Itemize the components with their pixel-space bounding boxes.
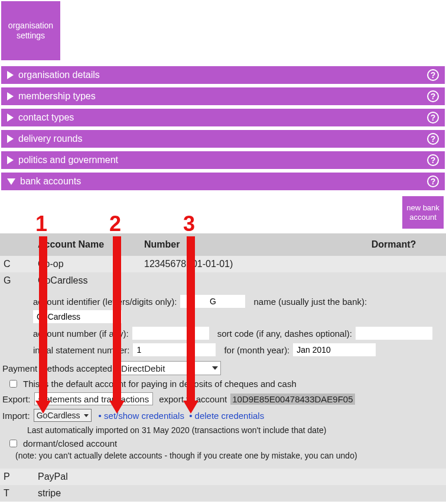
section-membership-types[interactable]: membership types ? <box>1 87 445 105</box>
export-account-value: 10D9E85E00478433DAE9F05 <box>230 394 354 405</box>
section-label: contact types <box>18 112 74 123</box>
for-month-year-input[interactable] <box>293 343 376 356</box>
annotation-arrow-2 <box>113 236 121 402</box>
last-import-suffix: (transactions won't include that date) <box>192 425 327 435</box>
account-number-input[interactable] <box>132 327 209 340</box>
cell-name: Co-op <box>38 259 144 269</box>
payment-methods-select[interactable]: DirectDebit <box>118 361 221 375</box>
help-icon[interactable]: ? <box>427 69 439 81</box>
chevron-down-icon <box>84 414 89 417</box>
cell-id: T <box>4 488 38 499</box>
cell-id: G <box>4 275 38 286</box>
chevron-right-icon <box>7 156 14 164</box>
help-icon[interactable]: ? <box>427 154 439 166</box>
section-label: membership types <box>18 91 96 102</box>
new-bank-account-button[interactable]: new bank account <box>402 196 444 229</box>
export-type-select[interactable]: statements and transactions <box>34 392 154 405</box>
new-btn-line1: new bank <box>406 203 440 212</box>
label-export: Export: <box>2 394 31 404</box>
last-import-date: 31 May 2020 <box>142 425 190 435</box>
section-label: bank accounts <box>20 176 81 187</box>
col-dormant: Dormant? <box>345 239 442 250</box>
section-politics-government[interactable]: politics and government ? <box>1 151 445 169</box>
cell-name: GoCardless <box>38 275 144 286</box>
col-name: Account Name <box>38 239 144 250</box>
delete-credentials-link[interactable]: delete credentials <box>195 411 265 421</box>
cell-number: 12345678 (01-01-01) <box>144 259 345 269</box>
arrow-head-icon <box>109 401 125 414</box>
label-account-identifier: account identifier (letters/digits only)… <box>33 297 177 307</box>
section-label: delivery rounds <box>18 134 83 144</box>
col-number: Number <box>144 239 345 250</box>
payment-methods-value: DirectDebit <box>121 363 165 373</box>
help-icon[interactable]: ? <box>427 175 439 187</box>
section-label: organisation details <box>18 70 100 80</box>
arrow-head-icon <box>35 401 51 414</box>
dormant-note: (note: you can't actually delete account… <box>15 451 357 460</box>
label-dormant: dormant/closed account <box>23 438 117 448</box>
dormant-account-checkbox[interactable] <box>9 440 17 447</box>
page-tile: organisation settings <box>1 1 60 60</box>
help-icon[interactable]: ? <box>427 133 439 145</box>
label-name: name (usually just the bank): <box>253 297 367 307</box>
chevron-right-icon <box>7 113 14 122</box>
section-bank-accounts[interactable]: bank accounts ? <box>1 173 445 190</box>
label-sort-code: sort code (if any, dashes optional): <box>217 329 352 339</box>
label-default-account: This is the default account for paying i… <box>23 379 297 389</box>
table-header: Account Name Number Dormant? <box>0 233 446 256</box>
table-row[interactable]: P PayPal <box>0 469 446 485</box>
account-detail-panel: account identifier (letters/digits only)… <box>0 289 446 469</box>
annotation-number-2: 2 <box>109 212 121 236</box>
annotation-arrow-3 <box>187 236 195 402</box>
cell-name: stripe <box>38 488 144 499</box>
cell-id: P <box>4 472 38 482</box>
initial-statement-input[interactable] <box>133 343 216 356</box>
help-icon[interactable]: ? <box>427 112 439 123</box>
sort-code-input[interactable] <box>356 327 432 340</box>
section-delivery-rounds[interactable]: delivery rounds ? <box>1 130 445 148</box>
tile-line2: settings <box>17 31 45 40</box>
chevron-right-icon <box>7 135 14 143</box>
section-label: politics and government <box>18 155 118 165</box>
chevron-right-icon <box>7 71 14 79</box>
default-account-checkbox[interactable] <box>9 380 17 388</box>
section-contact-types[interactable]: contact types ? <box>1 109 445 126</box>
label-payment-methods: Payment methods accepted: <box>2 363 115 373</box>
label-for-month-year: for (month year): <box>224 345 289 355</box>
new-btn-line2: account <box>409 213 437 222</box>
annotation-number-3: 3 <box>183 212 195 236</box>
tile-line1: organisation <box>8 21 53 30</box>
label-import: Import: <box>2 411 30 421</box>
chevron-right-icon <box>7 92 14 100</box>
table-row[interactable]: G GoCardless <box>0 272 446 289</box>
table-row[interactable]: T stripe <box>0 485 446 502</box>
arrow-head-icon <box>183 401 198 414</box>
cell-id: C <box>4 259 38 269</box>
annotation-arrow-1 <box>39 236 47 402</box>
cell-number <box>144 275 345 286</box>
last-import-prefix: Last automatically imported on <box>27 425 139 435</box>
annotation-number-1: 1 <box>35 212 47 236</box>
chevron-down-icon <box>7 178 15 185</box>
cell-name: PayPal <box>38 472 144 482</box>
chevron-down-icon <box>212 366 218 370</box>
help-icon[interactable]: ? <box>427 90 439 102</box>
table-row[interactable]: C Co-op 12345678 (01-01-01) <box>0 256 446 272</box>
export-type-value: statements and transactions <box>38 394 149 404</box>
section-organisation-details[interactable]: organisation details ? <box>1 66 445 84</box>
